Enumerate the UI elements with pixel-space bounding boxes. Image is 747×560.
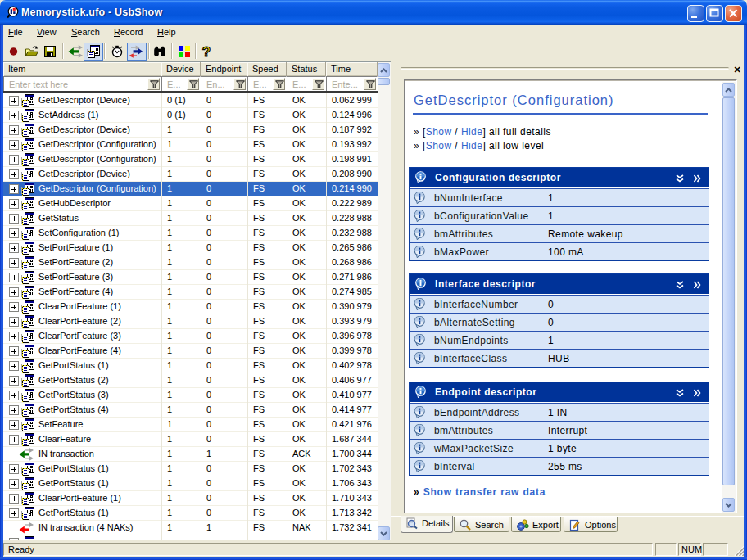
svg-text:?: ? bbox=[202, 45, 211, 58]
